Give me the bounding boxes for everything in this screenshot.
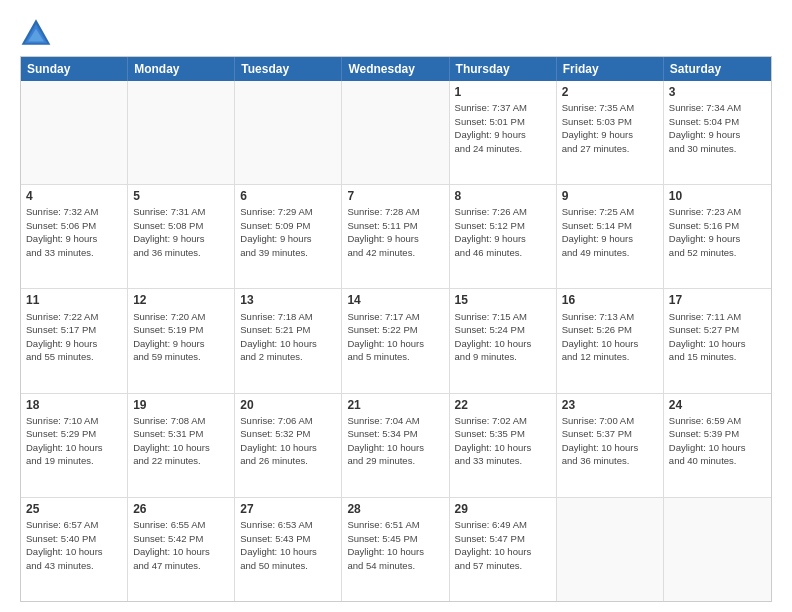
day-info: Sunrise: 6:53 AM Sunset: 5:43 PM Dayligh…	[240, 519, 317, 571]
header-day-friday: Friday	[557, 57, 664, 81]
header-day-sunday: Sunday	[21, 57, 128, 81]
calendar-cell: 11Sunrise: 7:22 AM Sunset: 5:17 PM Dayli…	[21, 289, 128, 392]
day-info: Sunrise: 6:57 AM Sunset: 5:40 PM Dayligh…	[26, 519, 103, 571]
day-info: Sunrise: 7:22 AM Sunset: 5:17 PM Dayligh…	[26, 311, 98, 363]
header-day-monday: Monday	[128, 57, 235, 81]
calendar-cell: 2Sunrise: 7:35 AM Sunset: 5:03 PM Daylig…	[557, 81, 664, 184]
calendar-body: 1Sunrise: 7:37 AM Sunset: 5:01 PM Daylig…	[21, 81, 771, 601]
day-info: Sunrise: 7:17 AM Sunset: 5:22 PM Dayligh…	[347, 311, 424, 363]
calendar-cell: 28Sunrise: 6:51 AM Sunset: 5:45 PM Dayli…	[342, 498, 449, 601]
calendar-cell: 20Sunrise: 7:06 AM Sunset: 5:32 PM Dayli…	[235, 394, 342, 497]
day-number: 28	[347, 501, 443, 517]
day-number: 21	[347, 397, 443, 413]
day-number: 20	[240, 397, 336, 413]
calendar-cell	[128, 81, 235, 184]
day-number: 23	[562, 397, 658, 413]
day-number: 3	[669, 84, 766, 100]
logo	[20, 16, 56, 48]
calendar-cell: 26Sunrise: 6:55 AM Sunset: 5:42 PM Dayli…	[128, 498, 235, 601]
day-number: 2	[562, 84, 658, 100]
day-number: 19	[133, 397, 229, 413]
day-number: 5	[133, 188, 229, 204]
day-info: Sunrise: 7:28 AM Sunset: 5:11 PM Dayligh…	[347, 206, 419, 258]
calendar-cell: 7Sunrise: 7:28 AM Sunset: 5:11 PM Daylig…	[342, 185, 449, 288]
calendar-header: SundayMondayTuesdayWednesdayThursdayFrid…	[21, 57, 771, 81]
day-info: Sunrise: 7:31 AM Sunset: 5:08 PM Dayligh…	[133, 206, 205, 258]
day-number: 1	[455, 84, 551, 100]
day-info: Sunrise: 7:04 AM Sunset: 5:34 PM Dayligh…	[347, 415, 424, 467]
day-number: 14	[347, 292, 443, 308]
day-info: Sunrise: 7:29 AM Sunset: 5:09 PM Dayligh…	[240, 206, 312, 258]
day-number: 11	[26, 292, 122, 308]
day-number: 24	[669, 397, 766, 413]
calendar-row-3: 18Sunrise: 7:10 AM Sunset: 5:29 PM Dayli…	[21, 393, 771, 497]
day-info: Sunrise: 7:02 AM Sunset: 5:35 PM Dayligh…	[455, 415, 532, 467]
day-number: 17	[669, 292, 766, 308]
day-info: Sunrise: 6:59 AM Sunset: 5:39 PM Dayligh…	[669, 415, 746, 467]
calendar-cell: 27Sunrise: 6:53 AM Sunset: 5:43 PM Dayli…	[235, 498, 342, 601]
day-info: Sunrise: 7:06 AM Sunset: 5:32 PM Dayligh…	[240, 415, 317, 467]
calendar-cell	[557, 498, 664, 601]
day-number: 27	[240, 501, 336, 517]
day-info: Sunrise: 7:00 AM Sunset: 5:37 PM Dayligh…	[562, 415, 639, 467]
header-day-tuesday: Tuesday	[235, 57, 342, 81]
calendar-cell: 24Sunrise: 6:59 AM Sunset: 5:39 PM Dayli…	[664, 394, 771, 497]
calendar-cell	[235, 81, 342, 184]
calendar-cell	[21, 81, 128, 184]
calendar-row-2: 11Sunrise: 7:22 AM Sunset: 5:17 PM Dayli…	[21, 288, 771, 392]
calendar-cell: 5Sunrise: 7:31 AM Sunset: 5:08 PM Daylig…	[128, 185, 235, 288]
day-number: 15	[455, 292, 551, 308]
calendar-cell: 3Sunrise: 7:34 AM Sunset: 5:04 PM Daylig…	[664, 81, 771, 184]
day-number: 7	[347, 188, 443, 204]
day-info: Sunrise: 7:13 AM Sunset: 5:26 PM Dayligh…	[562, 311, 639, 363]
calendar-cell: 9Sunrise: 7:25 AM Sunset: 5:14 PM Daylig…	[557, 185, 664, 288]
day-info: Sunrise: 7:37 AM Sunset: 5:01 PM Dayligh…	[455, 102, 527, 154]
day-number: 12	[133, 292, 229, 308]
day-number: 10	[669, 188, 766, 204]
calendar-cell	[342, 81, 449, 184]
day-info: Sunrise: 7:23 AM Sunset: 5:16 PM Dayligh…	[669, 206, 741, 258]
day-number: 13	[240, 292, 336, 308]
day-info: Sunrise: 7:26 AM Sunset: 5:12 PM Dayligh…	[455, 206, 527, 258]
day-info: Sunrise: 6:55 AM Sunset: 5:42 PM Dayligh…	[133, 519, 210, 571]
calendar: SundayMondayTuesdayWednesdayThursdayFrid…	[20, 56, 772, 602]
calendar-cell: 13Sunrise: 7:18 AM Sunset: 5:21 PM Dayli…	[235, 289, 342, 392]
day-number: 18	[26, 397, 122, 413]
calendar-cell: 8Sunrise: 7:26 AM Sunset: 5:12 PM Daylig…	[450, 185, 557, 288]
header-day-thursday: Thursday	[450, 57, 557, 81]
page: SundayMondayTuesdayWednesdayThursdayFrid…	[0, 0, 792, 612]
header	[20, 16, 772, 48]
calendar-cell: 25Sunrise: 6:57 AM Sunset: 5:40 PM Dayli…	[21, 498, 128, 601]
day-info: Sunrise: 6:49 AM Sunset: 5:47 PM Dayligh…	[455, 519, 532, 571]
calendar-cell: 16Sunrise: 7:13 AM Sunset: 5:26 PM Dayli…	[557, 289, 664, 392]
day-number: 9	[562, 188, 658, 204]
calendar-cell: 6Sunrise: 7:29 AM Sunset: 5:09 PM Daylig…	[235, 185, 342, 288]
day-info: Sunrise: 7:11 AM Sunset: 5:27 PM Dayligh…	[669, 311, 746, 363]
calendar-cell: 12Sunrise: 7:20 AM Sunset: 5:19 PM Dayli…	[128, 289, 235, 392]
calendar-row-1: 4Sunrise: 7:32 AM Sunset: 5:06 PM Daylig…	[21, 184, 771, 288]
day-number: 29	[455, 501, 551, 517]
calendar-cell	[664, 498, 771, 601]
calendar-cell: 4Sunrise: 7:32 AM Sunset: 5:06 PM Daylig…	[21, 185, 128, 288]
day-number: 6	[240, 188, 336, 204]
day-number: 8	[455, 188, 551, 204]
calendar-cell: 21Sunrise: 7:04 AM Sunset: 5:34 PM Dayli…	[342, 394, 449, 497]
day-number: 4	[26, 188, 122, 204]
day-number: 26	[133, 501, 229, 517]
calendar-cell: 22Sunrise: 7:02 AM Sunset: 5:35 PM Dayli…	[450, 394, 557, 497]
header-day-saturday: Saturday	[664, 57, 771, 81]
day-info: Sunrise: 7:35 AM Sunset: 5:03 PM Dayligh…	[562, 102, 634, 154]
calendar-cell: 14Sunrise: 7:17 AM Sunset: 5:22 PM Dayli…	[342, 289, 449, 392]
calendar-cell: 19Sunrise: 7:08 AM Sunset: 5:31 PM Dayli…	[128, 394, 235, 497]
day-number: 25	[26, 501, 122, 517]
day-number: 22	[455, 397, 551, 413]
day-info: Sunrise: 7:34 AM Sunset: 5:04 PM Dayligh…	[669, 102, 741, 154]
calendar-row-0: 1Sunrise: 7:37 AM Sunset: 5:01 PM Daylig…	[21, 81, 771, 184]
day-info: Sunrise: 7:08 AM Sunset: 5:31 PM Dayligh…	[133, 415, 210, 467]
day-info: Sunrise: 6:51 AM Sunset: 5:45 PM Dayligh…	[347, 519, 424, 571]
header-day-wednesday: Wednesday	[342, 57, 449, 81]
day-info: Sunrise: 7:18 AM Sunset: 5:21 PM Dayligh…	[240, 311, 317, 363]
day-info: Sunrise: 7:10 AM Sunset: 5:29 PM Dayligh…	[26, 415, 103, 467]
day-info: Sunrise: 7:20 AM Sunset: 5:19 PM Dayligh…	[133, 311, 205, 363]
calendar-row-4: 25Sunrise: 6:57 AM Sunset: 5:40 PM Dayli…	[21, 497, 771, 601]
